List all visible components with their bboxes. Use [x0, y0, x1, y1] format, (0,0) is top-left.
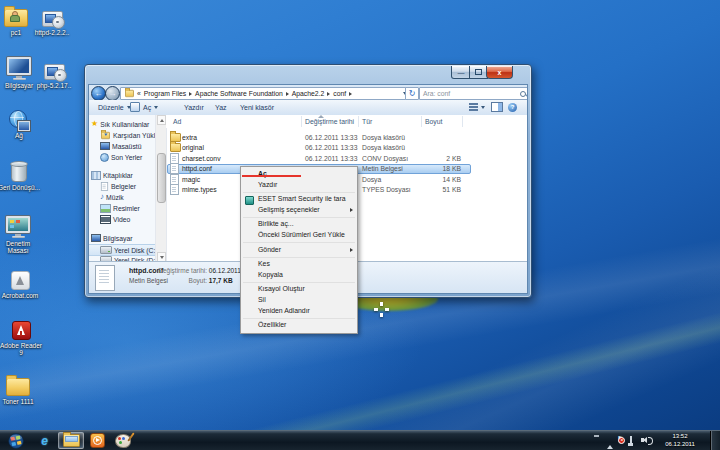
- desktop-icon-adobe-reader[interactable]: Adobe Reader 9: [0, 316, 44, 356]
- file-name: httpd.conf: [182, 164, 212, 175]
- open-button[interactable]: Aç: [130, 100, 158, 114]
- list-header: Ad Değiştirme tarihi Tür Boyut: [166, 115, 527, 128]
- menu-item-create-shortcut[interactable]: Kısayol Oluştur: [241, 284, 357, 295]
- breadcrumb-arrow-icon[interactable]: [327, 92, 330, 96]
- menu-item-cut[interactable]: Kes: [241, 259, 357, 270]
- hard-disk-icon: [100, 246, 112, 254]
- desktop-icon-toner-folder[interactable]: Toner 1111: [0, 372, 41, 405]
- menu-item-send-to[interactable]: Gönder: [241, 245, 357, 256]
- scroll-up-icon: [160, 119, 164, 122]
- show-hidden-icons-button[interactable]: [607, 438, 613, 445]
- start-button[interactable]: [5, 432, 27, 449]
- taskbar-paint-button[interactable]: [111, 432, 135, 449]
- breadcrumb-segment[interactable]: Program Files: [144, 90, 186, 97]
- show-desktop-button[interactable]: [710, 431, 720, 450]
- breadcrumb-arrow-icon[interactable]: [189, 92, 192, 96]
- recent-places-icon: [100, 153, 109, 162]
- menu-item-properties[interactable]: Özellikler: [241, 320, 357, 331]
- file-row[interactable]: charset.conv 06.12.2011 13:33 CONV Dosya…: [166, 153, 525, 164]
- column-header-date[interactable]: Değiştirme tarihi: [305, 118, 354, 125]
- desktop-icon-network[interactable]: Ağ: [0, 106, 42, 139]
- breadcrumb-segment[interactable]: Apache2.2: [292, 90, 325, 97]
- preview-pane-button[interactable]: [491, 100, 503, 114]
- breadcrumb-arrow-icon[interactable]: [286, 92, 289, 96]
- chevron-up-icon: [607, 438, 613, 449]
- search-input[interactable]: Ara: conf: [419, 87, 528, 100]
- organize-button[interactable]: Düzenle: [98, 100, 131, 114]
- menu-item-eset-scan[interactable]: ESET Smart Security ile tara: [241, 194, 357, 205]
- desktop-icon-label: Ağ: [0, 132, 42, 139]
- menu-item-restore-previous-versions[interactable]: Önceki Sürümleri Geri Yükle: [241, 230, 357, 241]
- desktop-icon-httpd-installer[interactable]: httpd-2.2.2..: [29, 3, 75, 36]
- menu-item-open-with[interactable]: Birlikte aç...: [241, 219, 357, 230]
- nav-group-libraries[interactable]: Kitaplıklar: [89, 170, 155, 180]
- file-name: extra: [182, 132, 197, 143]
- nav-item-music[interactable]: ♪Müzik: [89, 192, 155, 202]
- computer-icon: [91, 234, 101, 242]
- taskbar: e ⚑x 13:52 06.12.2011: [0, 430, 720, 450]
- nav-item-desktop[interactable]: Masaüstü: [89, 141, 155, 151]
- breadcrumb-segment[interactable]: conf: [333, 90, 346, 97]
- action-center-icon[interactable]: ⚑x: [617, 435, 623, 443]
- menu-item-advanced-options[interactable]: Gelişmiş seçenekler: [241, 205, 357, 216]
- refresh-button[interactable]: ↻: [405, 87, 419, 100]
- burn-button[interactable]: Yaz: [215, 100, 227, 114]
- preview-pane-icon: [491, 102, 503, 112]
- breadcrumb-arrow-icon[interactable]: [349, 92, 352, 96]
- taskbar-ie-button[interactable]: e: [33, 432, 56, 449]
- scroll-thumb[interactable]: [157, 153, 166, 203]
- breadcrumb[interactable]: « Program Files Apache Software Foundati…: [120, 87, 411, 100]
- maximize-icon: [475, 69, 482, 75]
- installer-package-icon: [44, 64, 65, 80]
- column-header-type[interactable]: Tür: [362, 118, 372, 125]
- breadcrumb-segment[interactable]: Apache Software Foundation: [195, 90, 283, 97]
- file-name: mime.types: [182, 185, 217, 196]
- menu-item-copy[interactable]: Kopyala: [241, 270, 357, 281]
- help-button[interactable]: ?: [508, 100, 517, 114]
- views-button[interactable]: [469, 100, 485, 114]
- documents-icon: [101, 182, 108, 191]
- menu-item-delete[interactable]: Sil: [241, 295, 357, 306]
- desktop-icon-acrobat-com[interactable]: Acrobat.com: [0, 266, 43, 299]
- desktop-icon-recycle-bin[interactable]: Geri Dönüşü...: [0, 158, 42, 191]
- desktop-icon-control-panel[interactable]: Denetim Masası: [0, 214, 41, 254]
- menu-separator: [243, 318, 355, 319]
- file-row[interactable]: extra 06.12.2011 13:33 Dosya klasörü: [166, 132, 525, 143]
- minimize-button[interactable]: —: [451, 66, 471, 79]
- column-header-name[interactable]: Ad: [173, 118, 181, 125]
- open-label: Aç: [143, 104, 151, 111]
- nav-group-computer[interactable]: Bilgisayar: [89, 233, 155, 243]
- taskbar-wmp-button[interactable]: [86, 432, 109, 449]
- nav-item-video[interactable]: Video: [89, 214, 155, 224]
- menu-item-print[interactable]: Yazdır: [241, 180, 357, 191]
- desktop-icon-label: php-5.2.17..: [31, 82, 77, 89]
- file-row[interactable]: original 06.12.2011 13:33 Dosya klasörü: [166, 143, 525, 154]
- print-button[interactable]: Yazdır: [184, 100, 204, 114]
- help-icon: ?: [508, 103, 517, 112]
- nav-item-pictures[interactable]: Resimler: [89, 203, 155, 213]
- details-size-label: Boyut:: [137, 277, 207, 284]
- menu-item-rename[interactable]: Yeniden Adlandır: [241, 306, 357, 317]
- nav-item-downloads[interactable]: Karşıdan Yüklem: [89, 130, 155, 140]
- nav-item-documents[interactable]: Belgeler: [89, 181, 155, 191]
- file-size: [421, 132, 461, 143]
- scroll-up-button[interactable]: [157, 115, 166, 125]
- nav-item-recent-places[interactable]: Son Yerler: [89, 152, 155, 162]
- file-name: charset.conv: [182, 153, 221, 164]
- taskbar-explorer-button[interactable]: [58, 432, 84, 449]
- close-button[interactable]: x: [486, 66, 513, 79]
- menu-separator: [243, 257, 355, 258]
- menu-separator: [243, 242, 355, 243]
- menu-separator: [243, 282, 355, 283]
- nav-group-favorites[interactable]: ★Sık Kullanılanlar: [89, 119, 155, 129]
- folder-icon: [170, 143, 181, 152]
- forward-button[interactable]: →: [105, 86, 120, 101]
- desktop-icon-php-installer[interactable]: php-5.2.17..: [31, 56, 77, 89]
- file-size: 18 KB: [421, 164, 461, 175]
- file-icon: [170, 153, 179, 164]
- new-folder-button[interactable]: Yeni klasör: [240, 100, 274, 114]
- network-icon[interactable]: [630, 437, 632, 444]
- back-button[interactable]: ←: [91, 86, 106, 101]
- clock[interactable]: 13:52 06.12.2011: [654, 433, 706, 448]
- column-header-size[interactable]: Boyut: [425, 118, 442, 125]
